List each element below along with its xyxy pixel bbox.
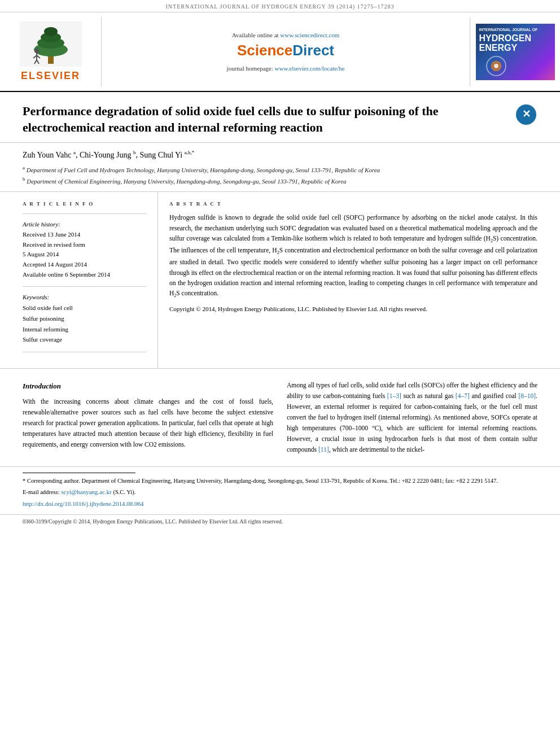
intro-right-col: Among all types of fuel cells, solid oxi… <box>287 380 537 455</box>
sciencedirect-url[interactable]: www.sciencedirect.com <box>280 32 339 38</box>
svg-point-6 <box>34 49 39 53</box>
article-info-label: A R T I C L E I N F O <box>23 201 146 207</box>
title-section: Performance degradation of solid oxide f… <box>0 92 560 143</box>
intro-section-title: Introduction <box>23 380 273 392</box>
article-title: Performance degradation of solid oxide f… <box>23 103 485 136</box>
revised-label: Received in revised form <box>23 240 146 250</box>
available-online-label: Available online at www.sciencedirect.co… <box>232 32 340 38</box>
authors-line: Zuh Youn Vahc a, Chi-Young Jung b, Sung … <box>23 150 537 160</box>
issn-line: 0360-3199/Copyright © 2014, Hydrogen Ene… <box>23 518 283 525</box>
intro-right-text: Among all types of fuel cells, solid oxi… <box>287 380 537 455</box>
crossmark-logo[interactable]: ✕ <box>515 103 537 126</box>
crossmark-icon: ✕ <box>515 103 537 126</box>
affiliation-b: b Department of Chemical Engineering, Ha… <box>23 176 537 186</box>
journal-homepage-line: journal homepage: www.elsevier.com/locat… <box>227 65 345 72</box>
email-link[interactable]: scyi@hanyang.ac.kr <box>61 488 112 495</box>
affiliation-a: a Department of Fuel Cell and Hydrogen T… <box>23 164 537 174</box>
corresponding-author-note: * Corresponding author. Department of Ch… <box>23 477 537 486</box>
header-middle: Available online at www.sciencedirect.co… <box>102 17 470 86</box>
journal-header: ELSEVIER Available online at www.science… <box>0 12 560 92</box>
elsevier-logo-section: ELSEVIER <box>0 17 102 86</box>
footnote-divider <box>23 473 135 473</box>
journal-homepage-url[interactable]: www.elsevier.com/locate/he <box>275 65 345 72</box>
accepted-date: Accepted 14 August 2014 <box>23 260 146 270</box>
footnote-section: * Corresponding author. Department of Ch… <box>0 466 560 514</box>
keyword-3: Internal reforming <box>23 324 146 335</box>
intro-left-col: Introduction With the increasing concern… <box>23 380 273 455</box>
available-online-date: Available online 6 September 2014 <box>23 270 146 280</box>
article-info-column: A R T I C L E I N F O Article history: R… <box>23 192 158 368</box>
affiliations: a Department of Fuel Cell and Hydrogen T… <box>23 164 537 186</box>
revised-date: 5 August 2014 <box>23 250 146 260</box>
keywords-section: Keywords: Solid oxide fuel cell Sulfur p… <box>23 294 146 345</box>
keyword-1: Solid oxide fuel cell <box>23 303 146 313</box>
journal-citation: INTERNATIONAL JOURNAL OF HYDROGEN ENERGY… <box>165 3 394 10</box>
journal-cover-decoration <box>479 55 513 77</box>
svg-text:✕: ✕ <box>522 108 531 120</box>
authors-section: Zuh Youn Vahc a, Chi-Young Jung b, Sung … <box>0 143 560 192</box>
journal-cover-big-title: HYDROGENENERGY <box>479 33 531 53</box>
body-section: Introduction With the increasing concern… <box>0 369 560 466</box>
doi-link[interactable]: http://dx.doi.org/10.1016/j.ijhydene.201… <box>23 500 144 507</box>
ref-4-7[interactable]: [4–7] <box>456 392 470 399</box>
doi-line: http://dx.doi.org/10.1016/j.ijhydene.201… <box>23 499 537 509</box>
keywords-label: Keywords: <box>23 294 146 300</box>
received-date: Received 13 June 2014 <box>23 230 146 240</box>
email-line: E-mail address: scyi@hanyang.ac.kr (S.C.… <box>23 487 537 497</box>
svg-point-5 <box>44 27 58 36</box>
abstract-column: A B S T R A C T Hydrogen sulfide is know… <box>158 192 537 368</box>
journal-cover-title: International Journal of <box>479 27 538 32</box>
keyword-2: Sulfur poisoning <box>23 313 146 324</box>
ref-11[interactable]: [11] <box>318 446 329 453</box>
abstract-copyright: Copyright © 2014, Hydrogen Energy Public… <box>169 304 537 314</box>
article-history: Article history: Received 13 June 2014 R… <box>23 221 146 279</box>
ref-8-10[interactable]: [8–10] <box>518 392 536 399</box>
elsevier-wordmark: ELSEVIER <box>21 70 80 82</box>
journal-cover-section: International Journal of HYDROGENENERGY <box>470 17 560 86</box>
journal-cover-image: International Journal of HYDROGENENERGY <box>476 24 555 80</box>
introduction-columns: Introduction With the increasing concern… <box>23 380 537 455</box>
ref-1-3[interactable]: [1–3] <box>387 392 401 399</box>
journal-header-bar: INTERNATIONAL JOURNAL OF HYDROGEN ENERGY… <box>0 0 560 12</box>
keyword-4: Sulfur coverage <box>23 334 146 345</box>
footer-bar: 0360-3199/Copyright © 2014, Hydrogen Ene… <box>0 514 560 528</box>
elsevier-tree-icon <box>20 21 82 67</box>
sciencedirect-brand: ScienceDirect <box>237 42 334 59</box>
intro-left-text: With the increasing concerns about clima… <box>23 396 273 450</box>
svg-point-14 <box>494 64 498 68</box>
history-label: Article history: <box>23 221 146 228</box>
abstract-label: A B S T R A C T <box>169 201 537 207</box>
abstract-text: Hydrogen sulfide is known to degrade the… <box>169 212 537 300</box>
main-content-area: A R T I C L E I N F O Article history: R… <box>0 192 560 369</box>
